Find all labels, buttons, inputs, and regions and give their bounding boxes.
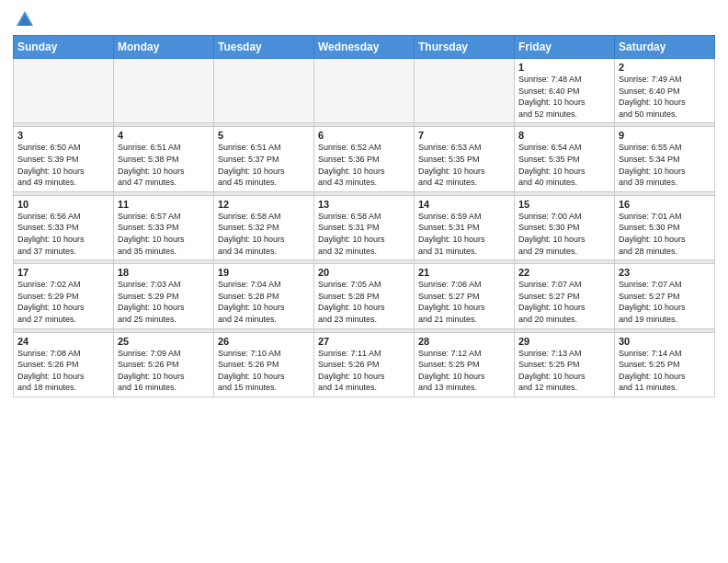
- day-info: Sunrise: 6:53 AM Sunset: 5:35 PM Dayligh…: [418, 142, 510, 188]
- calendar-header-row: SundayMondayTuesdayWednesdayThursdayFrid…: [14, 36, 715, 59]
- day-number: 1: [518, 62, 610, 73]
- calendar-cell: 26Sunrise: 7:10 AM Sunset: 5:26 PM Dayli…: [214, 332, 314, 396]
- calendar-cell: 30Sunrise: 7:14 AM Sunset: 5:25 PM Dayli…: [615, 332, 715, 396]
- day-info: Sunrise: 7:05 AM Sunset: 5:28 PM Dayligh…: [318, 279, 410, 325]
- calendar-cell: 27Sunrise: 7:11 AM Sunset: 5:26 PM Dayli…: [314, 332, 415, 396]
- day-number: 19: [218, 267, 310, 278]
- calendar-cell: 5Sunrise: 6:51 AM Sunset: 5:37 PM Daylig…: [214, 127, 314, 191]
- calendar-header-saturday: Saturday: [615, 36, 715, 59]
- day-info: Sunrise: 6:51 AM Sunset: 5:38 PM Dayligh…: [118, 142, 210, 188]
- day-info: Sunrise: 6:52 AM Sunset: 5:36 PM Dayligh…: [318, 142, 410, 188]
- calendar-cell: 14Sunrise: 6:59 AM Sunset: 5:31 PM Dayli…: [415, 195, 515, 259]
- day-info: Sunrise: 7:13 AM Sunset: 5:25 PM Dayligh…: [518, 348, 610, 394]
- day-number: 18: [118, 267, 210, 278]
- calendar-cell: 17Sunrise: 7:02 AM Sunset: 5:29 PM Dayli…: [14, 264, 114, 328]
- calendar-cell: [415, 59, 515, 123]
- calendar-cell: 3Sunrise: 6:50 AM Sunset: 5:39 PM Daylig…: [14, 127, 114, 191]
- calendar-cell: 23Sunrise: 7:07 AM Sunset: 5:27 PM Dayli…: [615, 264, 715, 328]
- day-info: Sunrise: 7:48 AM Sunset: 6:40 PM Dayligh…: [518, 74, 610, 120]
- calendar-week-1: 3Sunrise: 6:50 AM Sunset: 5:39 PM Daylig…: [14, 127, 715, 191]
- calendar-cell: 8Sunrise: 6:54 AM Sunset: 5:35 PM Daylig…: [515, 127, 615, 191]
- logo-icon: [15, 9, 35, 29]
- day-number: 4: [118, 130, 210, 141]
- calendar-week-3: 17Sunrise: 7:02 AM Sunset: 5:29 PM Dayli…: [14, 264, 715, 328]
- calendar-cell: 18Sunrise: 7:03 AM Sunset: 5:29 PM Dayli…: [114, 264, 214, 328]
- day-number: 27: [318, 336, 410, 347]
- day-info: Sunrise: 7:07 AM Sunset: 5:27 PM Dayligh…: [518, 279, 610, 325]
- calendar-week-0: 1Sunrise: 7:48 AM Sunset: 6:40 PM Daylig…: [14, 59, 715, 123]
- day-number: 17: [17, 267, 109, 278]
- calendar-cell: 7Sunrise: 6:53 AM Sunset: 5:35 PM Daylig…: [415, 127, 515, 191]
- calendar-cell: 15Sunrise: 7:00 AM Sunset: 5:30 PM Dayli…: [515, 195, 615, 259]
- day-info: Sunrise: 6:56 AM Sunset: 5:33 PM Dayligh…: [17, 211, 109, 257]
- day-number: 10: [17, 199, 109, 210]
- day-info: Sunrise: 7:49 AM Sunset: 6:40 PM Dayligh…: [619, 74, 711, 120]
- day-number: 28: [418, 336, 510, 347]
- day-info: Sunrise: 7:14 AM Sunset: 5:25 PM Dayligh…: [619, 348, 711, 394]
- day-number: 8: [518, 130, 610, 141]
- calendar-cell: 24Sunrise: 7:08 AM Sunset: 5:26 PM Dayli…: [14, 332, 114, 396]
- day-number: 16: [619, 199, 711, 210]
- day-info: Sunrise: 7:04 AM Sunset: 5:28 PM Dayligh…: [218, 279, 310, 325]
- calendar-cell: 25Sunrise: 7:09 AM Sunset: 5:26 PM Dayli…: [114, 332, 214, 396]
- day-number: 5: [218, 130, 310, 141]
- day-info: Sunrise: 7:12 AM Sunset: 5:25 PM Dayligh…: [418, 348, 510, 394]
- calendar-cell: [114, 59, 214, 123]
- calendar-header-friday: Friday: [515, 36, 615, 59]
- day-number: 12: [218, 199, 310, 210]
- calendar-header-thursday: Thursday: [415, 36, 515, 59]
- calendar-header-wednesday: Wednesday: [314, 36, 415, 59]
- day-info: Sunrise: 6:58 AM Sunset: 5:32 PM Dayligh…: [218, 211, 310, 257]
- day-info: Sunrise: 7:08 AM Sunset: 5:26 PM Dayligh…: [17, 348, 109, 394]
- calendar-week-2: 10Sunrise: 6:56 AM Sunset: 5:33 PM Dayli…: [14, 195, 715, 259]
- day-info: Sunrise: 7:03 AM Sunset: 5:29 PM Dayligh…: [118, 279, 210, 325]
- day-number: 24: [17, 336, 109, 347]
- calendar-cell: 22Sunrise: 7:07 AM Sunset: 5:27 PM Dayli…: [515, 264, 615, 328]
- calendar-cell: 6Sunrise: 6:52 AM Sunset: 5:36 PM Daylig…: [314, 127, 415, 191]
- calendar-cell: 4Sunrise: 6:51 AM Sunset: 5:38 PM Daylig…: [114, 127, 214, 191]
- day-number: 11: [118, 199, 210, 210]
- calendar-week-4: 24Sunrise: 7:08 AM Sunset: 5:26 PM Dayli…: [14, 332, 715, 396]
- day-info: Sunrise: 6:57 AM Sunset: 5:33 PM Dayligh…: [118, 211, 210, 257]
- calendar-cell: 13Sunrise: 6:58 AM Sunset: 5:31 PM Dayli…: [314, 195, 415, 259]
- day-number: 9: [619, 130, 711, 141]
- calendar-cell: 21Sunrise: 7:06 AM Sunset: 5:27 PM Dayli…: [415, 264, 515, 328]
- day-info: Sunrise: 6:50 AM Sunset: 5:39 PM Dayligh…: [17, 142, 109, 188]
- calendar-cell: 11Sunrise: 6:57 AM Sunset: 5:33 PM Dayli…: [114, 195, 214, 259]
- day-info: Sunrise: 7:00 AM Sunset: 5:30 PM Dayligh…: [518, 211, 610, 257]
- day-number: 3: [17, 130, 109, 141]
- day-info: Sunrise: 6:58 AM Sunset: 5:31 PM Dayligh…: [318, 211, 410, 257]
- calendar-cell: 9Sunrise: 6:55 AM Sunset: 5:34 PM Daylig…: [615, 127, 715, 191]
- calendar-header-sunday: Sunday: [14, 36, 114, 59]
- calendar-cell: [14, 59, 114, 123]
- day-info: Sunrise: 6:54 AM Sunset: 5:35 PM Dayligh…: [518, 142, 610, 188]
- calendar-cell: 19Sunrise: 7:04 AM Sunset: 5:28 PM Dayli…: [214, 264, 314, 328]
- day-number: 30: [619, 336, 711, 347]
- day-number: 21: [418, 267, 510, 278]
- day-number: 13: [318, 199, 410, 210]
- header: [13, 9, 715, 29]
- calendar-cell: 2Sunrise: 7:49 AM Sunset: 6:40 PM Daylig…: [615, 59, 715, 123]
- calendar-cell: 12Sunrise: 6:58 AM Sunset: 5:32 PM Dayli…: [214, 195, 314, 259]
- day-number: 22: [518, 267, 610, 278]
- calendar-cell: 29Sunrise: 7:13 AM Sunset: 5:25 PM Dayli…: [515, 332, 615, 396]
- day-info: Sunrise: 7:09 AM Sunset: 5:26 PM Dayligh…: [118, 348, 210, 394]
- day-info: Sunrise: 6:55 AM Sunset: 5:34 PM Dayligh…: [619, 142, 711, 188]
- day-number: 25: [118, 336, 210, 347]
- day-info: Sunrise: 6:51 AM Sunset: 5:37 PM Dayligh…: [218, 142, 310, 188]
- day-info: Sunrise: 7:06 AM Sunset: 5:27 PM Dayligh…: [418, 279, 510, 325]
- day-number: 6: [318, 130, 410, 141]
- day-info: Sunrise: 7:11 AM Sunset: 5:26 PM Dayligh…: [318, 348, 410, 394]
- day-info: Sunrise: 7:10 AM Sunset: 5:26 PM Dayligh…: [218, 348, 310, 394]
- calendar-cell: 1Sunrise: 7:48 AM Sunset: 6:40 PM Daylig…: [515, 59, 615, 123]
- day-number: 2: [619, 62, 711, 73]
- logo: [13, 9, 35, 29]
- day-info: Sunrise: 7:01 AM Sunset: 5:30 PM Dayligh…: [619, 211, 711, 257]
- day-number: 7: [418, 130, 510, 141]
- day-info: Sunrise: 7:07 AM Sunset: 5:27 PM Dayligh…: [619, 279, 711, 325]
- day-info: Sunrise: 6:59 AM Sunset: 5:31 PM Dayligh…: [418, 211, 510, 257]
- calendar-cell: 16Sunrise: 7:01 AM Sunset: 5:30 PM Dayli…: [615, 195, 715, 259]
- calendar-cell: 28Sunrise: 7:12 AM Sunset: 5:25 PM Dayli…: [415, 332, 515, 396]
- calendar-cell: 10Sunrise: 6:56 AM Sunset: 5:33 PM Dayli…: [14, 195, 114, 259]
- day-number: 26: [218, 336, 310, 347]
